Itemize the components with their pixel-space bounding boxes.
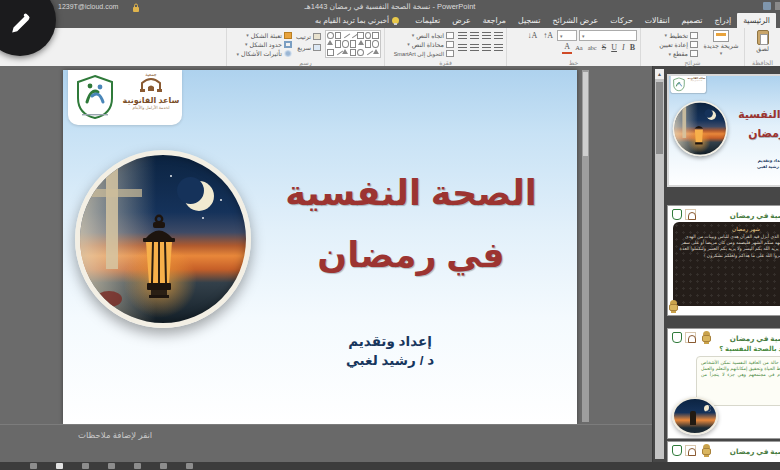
quick-styles-icon: [313, 44, 321, 51]
bold-button[interactable]: B: [628, 43, 637, 53]
slide-title-textbox[interactable]: الصحة النفسية في رمضان: [253, 162, 569, 286]
reset-button[interactable]: إعادة تعيين: [659, 40, 698, 48]
indent-increase-icon[interactable]: [458, 32, 467, 40]
group-label-paragraph: فقرة: [385, 59, 506, 66]
account-email[interactable]: 1239T@icloud.com: [58, 3, 118, 10]
align-left-icon[interactable]: [470, 44, 479, 52]
thumbnail-slide-3[interactable]: الصحة النفسية في رمضان ما المقصود بالصحة…: [667, 328, 780, 439]
taskbar-app-icon[interactable]: [134, 463, 141, 469]
paste-icon: [757, 30, 769, 45]
font-size-combo[interactable]: ▾: [557, 30, 577, 41]
align-text-button[interactable]: محاذاة النص ▾: [394, 40, 454, 48]
taskbar-app-icon[interactable]: [30, 463, 37, 469]
thumbnail-slide-2[interactable]: الصحة النفسية في رمضان شهر رمضان ﴿ شهر ر…: [667, 205, 780, 316]
lantern-picture[interactable]: [75, 150, 251, 328]
clear-format-button[interactable]: abc: [586, 43, 599, 53]
numbering-icon[interactable]: [482, 32, 491, 40]
scroll-up-icon[interactable]: ▲: [655, 69, 664, 79]
align-right-icon[interactable]: [494, 44, 503, 52]
tab-design[interactable]: تصميم: [676, 13, 709, 28]
change-case-button[interactable]: Aa: [573, 43, 585, 53]
taskbar-app-icon[interactable]: [108, 463, 115, 469]
chevron-down-icon: ▾: [665, 32, 668, 38]
tab-record[interactable]: تسجيل: [512, 13, 546, 28]
tab-review[interactable]: مراجعة: [477, 13, 512, 28]
thumb3-body: الصحة النفسية هي حالة من العافية النفسية…: [696, 356, 780, 406]
paste-label: لصق: [748, 45, 777, 52]
lock-icon: [132, 3, 140, 12]
tab-insert[interactable]: إدراج: [709, 13, 738, 28]
ribbon-group-slides: شريحة جديدة ▾ تخطيط ▾ إعادة تعيين مقطع ▾…: [640, 28, 744, 66]
strikethrough-button[interactable]: S: [600, 43, 608, 53]
group-label-clipboard: الحافظة: [745, 59, 780, 66]
panel-scrollbar-thumb[interactable]: [656, 82, 663, 154]
thumbnail-slide-1[interactable]: ساعد القانونية لخدمة الأرامل والأيتام ا: [667, 74, 780, 187]
panel-scrollbar[interactable]: ▲: [655, 69, 664, 459]
tab-help[interactable]: تعليمات: [409, 13, 446, 28]
layout-icon: [690, 32, 698, 39]
notes-pane[interactable]: انقر لإضافة ملاحظات: [0, 424, 652, 462]
taskbar-app-icon[interactable]: [186, 463, 193, 469]
underline-button[interactable]: U: [609, 43, 619, 53]
align-center-icon[interactable]: [482, 44, 491, 52]
shapes-gallery[interactable]: [325, 30, 381, 58]
font-name-combo[interactable]: ▾: [579, 30, 637, 41]
text-direction-button[interactable]: اتجاه النص ▾: [394, 31, 454, 39]
saed-logo-tagline: لخدمة الأرامل والأيتام: [122, 105, 180, 110]
taskbar-app-icon[interactable]: [56, 463, 63, 469]
gold-lantern-icon: [669, 300, 678, 313]
smartart-icon: [446, 50, 454, 57]
thumbnail-slide-4[interactable]: الصحة النفسية في رمضان: [667, 441, 780, 462]
thumb4-header: الصحة النفسية في رمضان: [730, 447, 780, 456]
document-title: نسخة الصحة النفسية في رمضان 1443هـ - Pow…: [270, 2, 510, 11]
tab-animations[interactable]: حركات: [604, 13, 639, 28]
slide-subtitle-textbox[interactable]: إعداد وتقديم د / رشيد لغبي: [300, 332, 480, 370]
lantern-icon: [136, 213, 182, 321]
paste-button[interactable]: لصق: [748, 30, 777, 52]
taskbar-app-icon[interactable]: [160, 463, 167, 469]
crescent-moon-icon: [184, 181, 214, 211]
shape-effects-label: تأثيرات الأشكال: [241, 50, 282, 57]
taskbar-app-icon[interactable]: [82, 463, 89, 469]
arrange-label: ترتيب: [296, 33, 311, 40]
gold-lantern-icon: [702, 331, 711, 344]
subtitle-line2: د / رشيد لغبي: [300, 351, 480, 370]
tab-transitions[interactable]: انتقالات: [639, 13, 676, 28]
increase-font-icon[interactable]: A↑: [541, 31, 555, 41]
editor-scrollbar-thumb[interactable]: [583, 72, 588, 156]
tab-slideshow[interactable]: عرض الشرائح: [546, 13, 604, 28]
shape-effects-button[interactable]: تأثيرات الأشكال ▾: [237, 50, 292, 58]
section-button[interactable]: مقطع ▾: [659, 50, 698, 58]
bullets-icon[interactable]: [494, 32, 503, 40]
font-color-button[interactable]: A: [562, 42, 572, 54]
convert-smartart-button[interactable]: التحويل إلى SmartArt: [394, 50, 454, 58]
editor-scrollbar[interactable]: [582, 70, 589, 422]
justify-icon[interactable]: [458, 44, 467, 52]
indent-decrease-icon[interactable]: [470, 32, 479, 40]
logos-card: جمعية ساعد القانونية لخدمة الأرامل والأي…: [68, 70, 182, 125]
italic-button[interactable]: I: [620, 43, 627, 53]
shape-effects-icon: [284, 50, 292, 57]
tab-view[interactable]: عرض: [446, 13, 476, 28]
ribbon-group-drawing: ترتيب سريع تعبئة الشكل ▾ حدود الشكل ▾ تأ…: [226, 28, 384, 66]
mini-lantern-picture: [672, 397, 718, 435]
tell-me-box[interactable]: أخبرني بما تريد القيام به: [311, 13, 409, 28]
shape-fill-button[interactable]: تعبئة الشكل ▾: [237, 31, 292, 39]
new-slide-button[interactable]: شريحة جديدة ▾: [701, 30, 741, 58]
slide-canvas[interactable]: جمعية ساعد القانونية لخدمة الأرامل والأي…: [63, 70, 577, 424]
tab-home[interactable]: الرئيسية: [737, 13, 776, 28]
arrange-button[interactable]: ترتيب: [296, 32, 321, 41]
shape-outline-button[interactable]: حدود الشكل ▾: [237, 40, 292, 48]
layout-button[interactable]: تخطيط ▾: [659, 31, 698, 39]
arrange-icon: [313, 33, 321, 40]
notes-hint[interactable]: انقر لإضافة ملاحظات: [78, 430, 152, 440]
chevron-down-icon: ▾: [720, 50, 723, 57]
mini-logo-icon: [685, 332, 696, 343]
subtitle-line1: إعداد وتقديم: [300, 332, 480, 351]
quick-styles-button[interactable]: سريع: [296, 43, 321, 52]
ribbon-display-options-icon[interactable]: [763, 2, 771, 10]
window-controls[interactable]: [775, 2, 780, 10]
workspace: جمعية ساعد القانونية لخدمة الأرامل والأي…: [0, 66, 780, 462]
decrease-font-icon[interactable]: A↓: [525, 31, 539, 41]
slide-title-line1: الصحة النفسية: [253, 162, 569, 224]
